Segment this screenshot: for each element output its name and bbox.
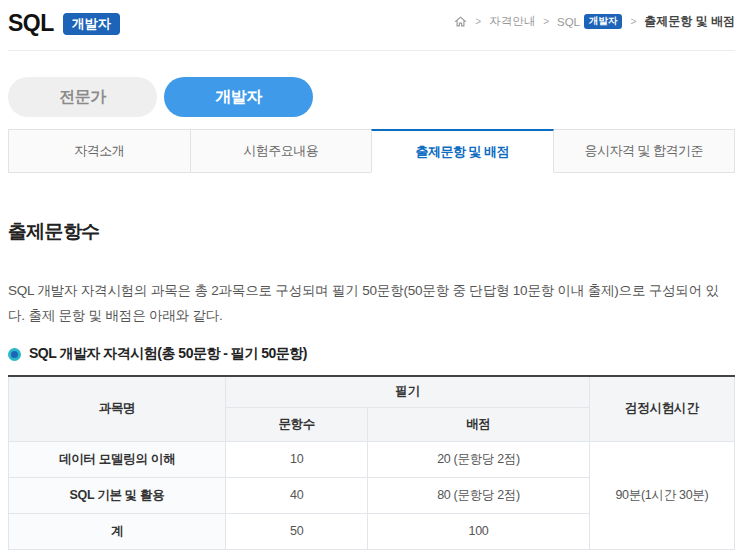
page: SQL 개발자 > 자격안내 > SQL 개발자 > 출제문항 및 배점 전문가… [0, 0, 743, 557]
table-header-row: 과목명 필기 검정시험시간 [9, 376, 735, 407]
tab-qualification-intro[interactable]: 자격소개 [8, 129, 191, 173]
home-icon[interactable] [454, 15, 467, 28]
page-title: SQL [8, 10, 54, 37]
title-wrap: SQL 개발자 [8, 10, 120, 37]
subject-cell: 데이터 모델링의 이해 [9, 441, 226, 477]
table-row: 데이터 모델링의 이해 10 20 (문항당 2점) 90분(1시간 30분) [9, 441, 735, 477]
title-badge: 개발자 [63, 13, 120, 35]
exam-table: 과목명 필기 검정시험시간 문항수 배점 데이터 모델링의 이해 10 20 (… [8, 375, 735, 550]
col-header-points: 배점 [368, 407, 589, 441]
breadcrumb-separator: > [475, 16, 481, 27]
tab-questions-and-points[interactable]: 출제문항 및 배점 [371, 129, 554, 173]
tab-eligibility-criteria[interactable]: 응시자격 및 합격기준 [553, 129, 736, 173]
subject-cell: SQL 기본 및 활용 [9, 477, 226, 513]
header-divider [8, 50, 735, 51]
breadcrumb-item-sql-label: SQL [557, 16, 580, 28]
track-selector: 전문가 개발자 [8, 77, 735, 117]
track-pill-developer[interactable]: 개발자 [164, 77, 313, 117]
col-header-duration: 검정시험시간 [589, 376, 734, 441]
breadcrumb-current: 출제문항 및 배점 [644, 13, 735, 30]
questions-cell: 40 [226, 477, 368, 513]
breadcrumb-item-sql[interactable]: SQL 개발자 [557, 14, 623, 29]
points-cell: 20 (문항당 2점) [368, 441, 589, 477]
col-header-subject: 과목명 [9, 376, 226, 441]
breadcrumb-sql-badge: 개발자 [584, 14, 623, 29]
breadcrumb: > 자격안내 > SQL 개발자 > 출제문항 및 배점 [454, 10, 735, 30]
duration-cell: 90분(1시간 30분) [589, 441, 734, 549]
breadcrumb-separator: > [630, 16, 636, 27]
section-tab-bar: 자격소개 시험주요내용 출제문항 및 배점 응시자격 및 합격기준 [8, 129, 735, 173]
points-cell: 80 (문항당 2점) [368, 477, 589, 513]
breadcrumb-separator: > [543, 16, 549, 27]
breadcrumb-item-guide[interactable]: 자격안내 [489, 14, 535, 29]
intro-paragraph: SQL 개발자 자격시험의 과목은 총 2과목으로 구성되며 필기 50문항(5… [8, 278, 735, 328]
tab-exam-contents[interactable]: 시험주요내용 [190, 129, 373, 173]
subsection-header: SQL 개발자 자격시험(총 50문항 - 필기 50문항) [8, 345, 735, 363]
col-header-written: 필기 [226, 376, 590, 407]
col-header-question-count: 문항수 [226, 407, 368, 441]
page-header: SQL 개발자 > 자격안내 > SQL 개발자 > 출제문항 및 배점 [8, 0, 735, 37]
section-heading: 출제문항수 [8, 219, 735, 245]
track-pill-expert[interactable]: 전문가 [8, 77, 157, 117]
subject-cell: 계 [9, 513, 226, 549]
questions-cell: 50 [226, 513, 368, 549]
points-cell: 100 [368, 513, 589, 549]
dot-bullet-icon [8, 348, 21, 361]
subsection-title: SQL 개발자 자격시험(총 50문항 - 필기 50문항) [29, 345, 307, 363]
questions-cell: 10 [226, 441, 368, 477]
